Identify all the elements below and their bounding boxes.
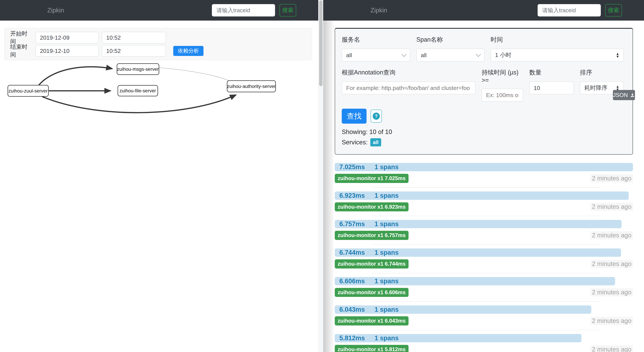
dependency-analyze-button[interactable]: 依赖分析 bbox=[173, 46, 204, 56]
traceid-input[interactable] bbox=[212, 4, 275, 16]
trace-bar[interactable]: 7.025ms 1 spans bbox=[335, 163, 633, 171]
trace-meta: zuihou-monitor x1 6.923ms 2 minutes ago bbox=[335, 202, 633, 212]
services-row: Services: all bbox=[342, 138, 624, 146]
trace-bar[interactable]: 6.606ms 1 spans bbox=[335, 277, 615, 285]
time-range-form: 开始时间 结束时间 依赖分析 bbox=[4, 28, 312, 60]
trace-timestamp: 2 minutes ago bbox=[590, 260, 633, 268]
lookback-select[interactable]: 1 小时 ▲▼ bbox=[491, 49, 624, 62]
graph-node-msgs[interactable]: zuihou-msgs-server bbox=[117, 64, 159, 75]
dependency-graph: zuihou-zuul-server zuihou-msgs-server zu… bbox=[0, 61, 318, 123]
spinner-arrows-icon: ▲▼ bbox=[616, 52, 619, 58]
filters-row-2: 根据Annotation查询 持续时间 (µs) >= 数量 排序 耗时降序 ▲… bbox=[342, 68, 624, 102]
trace-span-count: 1 spans bbox=[374, 249, 399, 256]
help-button[interactable]: ? bbox=[370, 110, 382, 122]
start-date-input[interactable] bbox=[36, 32, 98, 43]
span-name-select[interactable]: all bbox=[416, 49, 484, 62]
end-time-row: 结束时间 依赖分析 bbox=[10, 45, 312, 57]
start-time-input[interactable] bbox=[102, 32, 166, 43]
row-divider bbox=[372, 216, 601, 216]
edge-zuul-to-authority bbox=[42, 95, 236, 112]
json-download-button[interactable]: JSON bbox=[613, 90, 635, 100]
trace-query-card: 服务名 all Span名称 all 时间 1 小时 bbox=[335, 28, 633, 154]
trace-meta: zuihou-monitor x1 6.744ms 2 minutes ago bbox=[335, 259, 633, 268]
trace-row: 6.606ms 1 spans zuihou-monitor x1 6.606m… bbox=[335, 277, 633, 302]
sort-value: 耗时降序 bbox=[584, 84, 608, 92]
graph-node-zuul[interactable]: zuihou-zuul-server bbox=[8, 85, 48, 96]
left-window-scrollbar[interactable] bbox=[318, 0, 323, 352]
trace-span-count: 1 spans bbox=[374, 306, 399, 313]
window-edge-shadow bbox=[323, 20, 334, 352]
trace-list: 7.025ms 1 spans zuihou-monitor x1 7.025m… bbox=[335, 163, 633, 352]
trace-span-count: 1 spans bbox=[374, 192, 399, 199]
trace-timestamp: 2 minutes ago bbox=[590, 345, 633, 352]
service-duration-badge[interactable]: zuihou-monitor x1 6.923ms bbox=[335, 202, 408, 212]
min-duration-input[interactable] bbox=[482, 88, 523, 102]
trace-span-count: 1 spans bbox=[374, 164, 399, 171]
end-date-input[interactable] bbox=[36, 45, 98, 57]
trace-bar[interactable]: 6.923ms 1 spans bbox=[335, 192, 629, 200]
service-name-select[interactable]: all bbox=[342, 49, 410, 62]
sort-label: 排序 bbox=[580, 68, 624, 77]
search-button[interactable]: 搜索 bbox=[605, 4, 622, 16]
end-time-input[interactable] bbox=[102, 45, 166, 57]
trace-duration: 6.744ms bbox=[339, 249, 365, 256]
svg-text:zuihou-zuul-server: zuihou-zuul-server bbox=[8, 88, 48, 94]
graph-node-authority[interactable]: zuihou-authority-server bbox=[227, 80, 276, 92]
svg-text:zuihou-authority-server: zuihou-authority-server bbox=[227, 84, 276, 89]
trace-bar[interactable]: 6.757ms 1 spans bbox=[335, 220, 622, 228]
service-duration-badge[interactable]: zuihou-monitor x1 6.744ms bbox=[335, 259, 408, 268]
graph-node-file[interactable]: zuihou-file-server bbox=[118, 85, 158, 96]
trace-span-count: 1 spans bbox=[374, 334, 399, 342]
trace-row: 6.043ms 1 spans zuihou-monitor x1 6.043m… bbox=[335, 306, 633, 330]
download-icon bbox=[630, 92, 635, 98]
search-button[interactable]: 搜索 bbox=[280, 4, 296, 16]
find-button[interactable]: 查找 bbox=[342, 109, 366, 124]
row-divider bbox=[372, 301, 601, 302]
left-navbar: Zipkin 搜索 bbox=[0, 0, 318, 20]
service-duration-badge[interactable]: zuihou-monitor x1 6.757ms bbox=[335, 231, 408, 240]
service-duration-badge[interactable]: zuihou-monitor x1 5.812ms bbox=[335, 345, 408, 352]
trace-timestamp: 2 minutes ago bbox=[590, 317, 633, 325]
trace-row: 6.744ms 1 spans zuihou-monitor x1 6.744m… bbox=[335, 248, 633, 273]
row-divider bbox=[372, 244, 601, 245]
lookback-label: 时间 bbox=[491, 36, 624, 44]
svg-text:zuihou-msgs-server: zuihou-msgs-server bbox=[117, 66, 159, 72]
edge-zuul-to-msgs bbox=[39, 67, 112, 85]
row-divider bbox=[372, 273, 601, 273]
annotation-query-label: 根据Annotation查询 bbox=[342, 68, 476, 77]
svg-text:zuihou-file-server: zuihou-file-server bbox=[120, 88, 156, 93]
limit-input[interactable] bbox=[529, 82, 574, 94]
trace-bar[interactable]: 6.744ms 1 spans bbox=[335, 248, 621, 257]
trace-bar[interactable]: 5.812ms 1 spans bbox=[335, 334, 582, 342]
row-divider bbox=[372, 188, 601, 188]
span-name-label: Span名称 bbox=[416, 36, 484, 44]
traceid-input[interactable] bbox=[538, 4, 601, 16]
trace-span-count: 1 spans bbox=[374, 220, 399, 228]
trace-duration: 6.757ms bbox=[339, 220, 365, 228]
trace-duration: 6.923ms bbox=[339, 192, 365, 199]
traceid-search: 搜索 bbox=[212, 4, 296, 16]
service-duration-badge[interactable]: zuihou-monitor x1 6.043ms bbox=[335, 316, 408, 326]
trace-meta: zuihou-monitor x1 7.025ms 2 minutes ago bbox=[335, 174, 633, 183]
end-time-label: 结束时间 bbox=[10, 43, 33, 59]
zipkin-brand[interactable]: Zipkin bbox=[47, 7, 64, 14]
trace-timestamp: 2 minutes ago bbox=[590, 231, 633, 240]
zipkin-brand[interactable]: Zipkin bbox=[370, 7, 387, 14]
right-navbar: Zipkin 搜索 bbox=[323, 0, 644, 20]
service-name-label: 服务名 bbox=[342, 36, 410, 44]
trace-search-window: Zipkin 搜索 服务名 all Span名称 all bbox=[323, 0, 644, 352]
scrollbar-thumb[interactable] bbox=[319, 0, 322, 86]
trace-bar[interactable]: 6.043ms 1 spans bbox=[335, 306, 591, 314]
services-badge[interactable]: all bbox=[370, 138, 381, 146]
trace-timestamp: 2 minutes ago bbox=[590, 288, 633, 296]
row-divider bbox=[372, 330, 601, 330]
service-duration-badge[interactable]: zuihou-monitor x1 6.606ms bbox=[335, 288, 408, 297]
service-duration-badge[interactable]: zuihou-monitor x1 7.025ms bbox=[335, 174, 408, 183]
edge-msgs-to-authority bbox=[159, 68, 230, 81]
trace-duration: 6.606ms bbox=[339, 278, 365, 285]
trace-span-count: 1 spans bbox=[374, 278, 399, 285]
trace-timestamp: 2 minutes ago bbox=[590, 174, 633, 182]
app-root: Zipkin 搜索 开始时间 结束时间 依赖分析 bbox=[0, 0, 644, 352]
service-name-value: all bbox=[346, 52, 352, 58]
annotation-query-input[interactable] bbox=[342, 82, 476, 94]
